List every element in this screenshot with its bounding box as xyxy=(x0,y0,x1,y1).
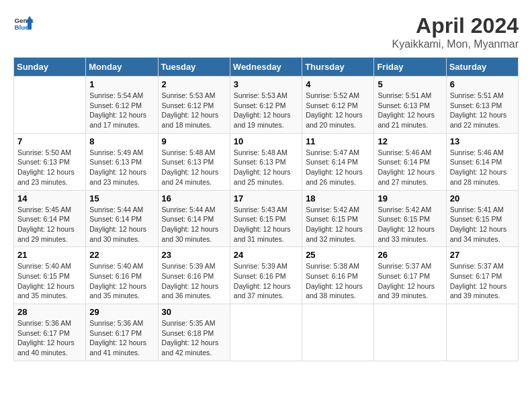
day-cell xyxy=(374,304,446,361)
week-row-4: 21Sunrise: 5:40 AMSunset: 6:15 PMDayligh… xyxy=(14,247,519,304)
day-number: 9 xyxy=(162,136,226,146)
day-cell: 4Sunrise: 5:52 AMSunset: 6:12 PMDaylight… xyxy=(302,77,374,134)
day-cell: 14Sunrise: 5:45 AMSunset: 6:14 PMDayligh… xyxy=(14,190,86,247)
day-number: 18 xyxy=(306,193,370,203)
day-number: 21 xyxy=(17,250,82,260)
day-cell: 29Sunrise: 5:36 AMSunset: 6:17 PMDayligh… xyxy=(86,304,158,361)
day-cell: 24Sunrise: 5:39 AMSunset: 6:16 PMDayligh… xyxy=(230,247,302,304)
day-number: 16 xyxy=(162,193,226,203)
header-cell-friday: Friday xyxy=(374,58,446,77)
week-row-5: 28Sunrise: 5:36 AMSunset: 6:17 PMDayligh… xyxy=(14,304,519,361)
day-cell: 16Sunrise: 5:44 AMSunset: 6:14 PMDayligh… xyxy=(158,190,230,247)
day-number: 13 xyxy=(450,136,515,146)
day-number: 2 xyxy=(162,79,226,89)
day-number: 23 xyxy=(162,250,226,260)
day-info: Sunrise: 5:44 AMSunset: 6:14 PMDaylight:… xyxy=(162,205,226,244)
day-cell: 27Sunrise: 5:37 AMSunset: 6:17 PMDayligh… xyxy=(446,247,518,304)
day-cell: 2Sunrise: 5:53 AMSunset: 6:12 PMDaylight… xyxy=(158,77,230,134)
header-cell-saturday: Saturday xyxy=(446,58,518,77)
day-info: Sunrise: 5:53 AMSunset: 6:12 PMDaylight:… xyxy=(234,91,298,130)
day-number: 10 xyxy=(234,136,298,146)
day-info: Sunrise: 5:36 AMSunset: 6:17 PMDaylight:… xyxy=(89,318,154,358)
day-info: Sunrise: 5:45 AMSunset: 6:14 PMDaylight:… xyxy=(17,205,82,244)
day-info: Sunrise: 5:53 AMSunset: 6:12 PMDaylight:… xyxy=(162,91,226,130)
day-cell: 5Sunrise: 5:51 AMSunset: 6:13 PMDaylight… xyxy=(374,77,446,134)
header-cell-wednesday: Wednesday xyxy=(230,58,302,77)
day-cell: 8Sunrise: 5:49 AMSunset: 6:13 PMDaylight… xyxy=(86,133,158,190)
svg-text:Blue: Blue xyxy=(15,24,30,31)
day-cell xyxy=(230,304,302,361)
day-info: Sunrise: 5:37 AMSunset: 6:17 PMDaylight:… xyxy=(378,261,442,301)
header-cell-sunday: Sunday xyxy=(14,58,86,77)
day-number: 5 xyxy=(378,79,442,89)
day-cell: 1Sunrise: 5:54 AMSunset: 6:12 PMDaylight… xyxy=(86,77,158,134)
day-info: Sunrise: 5:52 AMSunset: 6:12 PMDaylight:… xyxy=(306,91,370,130)
day-cell xyxy=(302,304,374,361)
day-info: Sunrise: 5:41 AMSunset: 6:15 PMDaylight:… xyxy=(450,205,515,244)
day-info: Sunrise: 5:49 AMSunset: 6:13 PMDaylight:… xyxy=(89,148,154,187)
title-area: April 2024 Kyaikkami, Mon, Myanmar xyxy=(392,13,519,50)
day-info: Sunrise: 5:36 AMSunset: 6:17 PMDaylight:… xyxy=(17,318,82,358)
day-info: Sunrise: 5:51 AMSunset: 6:13 PMDaylight:… xyxy=(378,91,442,130)
day-info: Sunrise: 5:48 AMSunset: 6:13 PMDaylight:… xyxy=(162,148,226,187)
day-info: Sunrise: 5:46 AMSunset: 6:14 PMDaylight:… xyxy=(450,148,515,187)
day-number: 12 xyxy=(378,136,442,146)
day-number: 25 xyxy=(306,250,370,260)
day-info: Sunrise: 5:40 AMSunset: 6:16 PMDaylight:… xyxy=(89,261,154,301)
main-title: April 2024 xyxy=(392,13,519,38)
day-number: 27 xyxy=(450,250,515,260)
day-number: 1 xyxy=(89,79,154,89)
day-number: 20 xyxy=(450,193,515,203)
day-number: 3 xyxy=(234,79,298,89)
day-info: Sunrise: 5:43 AMSunset: 6:15 PMDaylight:… xyxy=(234,205,298,244)
day-cell: 30Sunrise: 5:35 AMSunset: 6:18 PMDayligh… xyxy=(158,304,230,361)
day-cell: 9Sunrise: 5:48 AMSunset: 6:13 PMDaylight… xyxy=(158,133,230,190)
day-number: 22 xyxy=(89,250,154,260)
day-number: 11 xyxy=(306,136,370,146)
logo-icon: General Blue xyxy=(13,13,34,34)
day-number: 19 xyxy=(378,193,442,203)
day-info: Sunrise: 5:40 AMSunset: 6:15 PMDaylight:… xyxy=(17,261,82,301)
calendar-table: SundayMondayTuesdayWednesdayThursdayFrid… xyxy=(13,57,519,361)
day-cell: 23Sunrise: 5:39 AMSunset: 6:16 PMDayligh… xyxy=(158,247,230,304)
day-cell: 17Sunrise: 5:43 AMSunset: 6:15 PMDayligh… xyxy=(230,190,302,247)
calendar-body: 1Sunrise: 5:54 AMSunset: 6:12 PMDaylight… xyxy=(14,77,519,361)
day-info: Sunrise: 5:37 AMSunset: 6:17 PMDaylight:… xyxy=(450,261,515,301)
week-row-3: 14Sunrise: 5:45 AMSunset: 6:14 PMDayligh… xyxy=(14,190,519,247)
day-info: Sunrise: 5:48 AMSunset: 6:13 PMDaylight:… xyxy=(234,148,298,187)
day-cell xyxy=(446,304,518,361)
day-info: Sunrise: 5:51 AMSunset: 6:13 PMDaylight:… xyxy=(450,91,515,130)
day-number: 28 xyxy=(17,307,82,317)
day-info: Sunrise: 5:46 AMSunset: 6:14 PMDaylight:… xyxy=(378,148,442,187)
day-cell xyxy=(14,77,86,134)
header: General Blue April 2024 Kyaikkami, Mon, … xyxy=(13,13,519,50)
day-info: Sunrise: 5:38 AMSunset: 6:16 PMDaylight:… xyxy=(306,261,370,301)
day-number: 17 xyxy=(234,193,298,203)
day-number: 6 xyxy=(450,79,515,89)
day-cell: 21Sunrise: 5:40 AMSunset: 6:15 PMDayligh… xyxy=(14,247,86,304)
day-cell: 13Sunrise: 5:46 AMSunset: 6:14 PMDayligh… xyxy=(446,133,518,190)
logo: General Blue xyxy=(13,13,34,34)
day-info: Sunrise: 5:50 AMSunset: 6:13 PMDaylight:… xyxy=(17,148,82,187)
day-info: Sunrise: 5:42 AMSunset: 6:15 PMDaylight:… xyxy=(378,205,442,244)
day-info: Sunrise: 5:42 AMSunset: 6:15 PMDaylight:… xyxy=(306,205,370,244)
day-cell: 7Sunrise: 5:50 AMSunset: 6:13 PMDaylight… xyxy=(14,133,86,190)
day-cell: 11Sunrise: 5:47 AMSunset: 6:14 PMDayligh… xyxy=(302,133,374,190)
day-cell: 22Sunrise: 5:40 AMSunset: 6:16 PMDayligh… xyxy=(86,247,158,304)
week-row-2: 7Sunrise: 5:50 AMSunset: 6:13 PMDaylight… xyxy=(14,133,519,190)
day-info: Sunrise: 5:39 AMSunset: 6:16 PMDaylight:… xyxy=(162,261,226,301)
day-number: 8 xyxy=(89,136,154,146)
day-info: Sunrise: 5:39 AMSunset: 6:16 PMDaylight:… xyxy=(234,261,298,301)
subtitle: Kyaikkami, Mon, Myanmar xyxy=(392,38,519,50)
day-info: Sunrise: 5:54 AMSunset: 6:12 PMDaylight:… xyxy=(89,91,154,130)
day-number: 24 xyxy=(234,250,298,260)
day-cell: 3Sunrise: 5:53 AMSunset: 6:12 PMDaylight… xyxy=(230,77,302,134)
day-info: Sunrise: 5:35 AMSunset: 6:18 PMDaylight:… xyxy=(162,318,226,358)
header-cell-monday: Monday xyxy=(86,58,158,77)
day-number: 30 xyxy=(162,307,226,317)
day-cell: 12Sunrise: 5:46 AMSunset: 6:14 PMDayligh… xyxy=(374,133,446,190)
day-cell: 6Sunrise: 5:51 AMSunset: 6:13 PMDaylight… xyxy=(446,77,518,134)
day-number: 14 xyxy=(17,193,82,203)
week-row-1: 1Sunrise: 5:54 AMSunset: 6:12 PMDaylight… xyxy=(14,77,519,134)
day-number: 26 xyxy=(378,250,442,260)
